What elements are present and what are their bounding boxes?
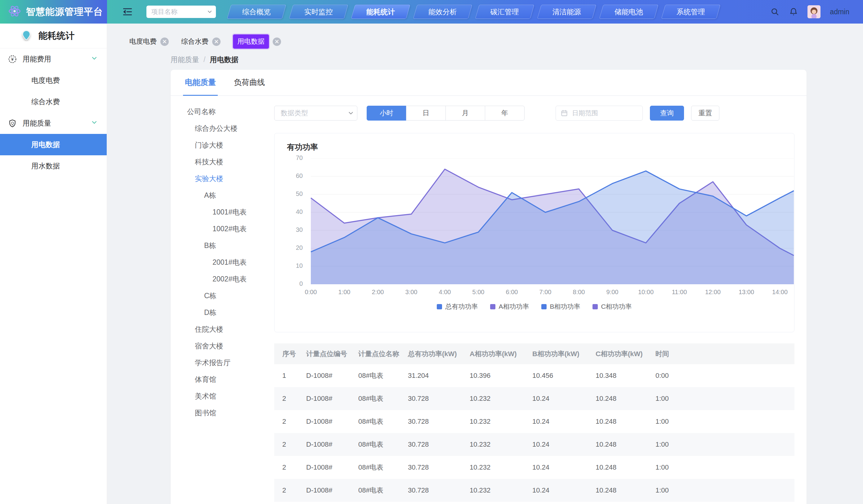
view-tag-label: 综合水费 [181,37,209,46]
tree-item[interactable]: D栋 [186,304,274,321]
legend-swatch [437,304,442,309]
date-range-input[interactable] [555,106,643,120]
avatar[interactable] [808,5,821,18]
sidebar-item[interactable]: 综合水费 [0,91,107,113]
project-select[interactable] [147,5,216,18]
table-cell: 30.728 [400,440,462,449]
table-cell: 08#电表 [350,486,400,495]
nav-item[interactable]: 碳汇管理 [475,5,534,19]
x-axis-tick: 8:00 [565,288,593,296]
tree-item[interactable]: B栋 [186,237,274,254]
table-header-cell: 计量点位名称 [350,349,400,359]
right-column: 小时日月年 查询 重置 有功功率 0102030405060700 [274,96,795,502]
tree-item[interactable]: 2002#电表 [186,271,274,287]
nav-item[interactable]: 系统管理 [661,5,720,19]
search-icon[interactable] [770,7,779,16]
tree-item[interactable]: 门诊大楼 [186,137,274,153]
query-button[interactable]: 查询 [650,106,684,120]
table-cell: 10.248 [588,463,647,471]
table-cell: 10.232 [462,463,524,471]
nav-item[interactable]: 储能电池 [599,5,658,19]
tree-item[interactable]: 1001#电表 [186,204,274,220]
nav-item[interactable]: 清洁能源 [537,5,596,19]
x-axis-tick: 13:00 [733,288,760,296]
tree-item[interactable]: 1002#电表 [186,220,274,237]
table-cell: 10.456 [524,372,588,380]
tree-item[interactable]: 图书馆 [186,404,274,421]
sidebar-group[interactable]: Q用能质量 [0,113,107,134]
sidebar-item[interactable]: 用水数据 [0,155,107,177]
y-axis-tick: 30 [284,226,303,233]
legend-item[interactable]: A相功功率 [490,302,529,311]
table-cell: 10.248 [588,486,647,494]
reset-button[interactable]: 重置 [691,106,720,120]
tree-item[interactable]: 2001#电表 [186,254,274,271]
period-button[interactable]: 年 [485,106,525,120]
date-range-picker[interactable] [555,106,643,120]
view-tag[interactable]: 电度电费✕ [129,37,169,46]
chart-plot [275,158,795,284]
nav-item-label: 综合概览 [242,7,271,17]
project-select-input[interactable] [147,5,216,18]
nav-item[interactable]: 能效分析 [413,5,472,19]
close-icon[interactable]: ✕ [212,38,221,46]
close-icon[interactable]: ✕ [160,38,169,46]
table-row: 2D-1008#08#电表30.72810.23210.2410.2481:00 [274,479,795,502]
data-type-input[interactable] [274,106,358,120]
tab-负荷曲线[interactable]: 负荷曲线 [232,77,267,95]
x-axis-tick: 4:00 [431,288,459,296]
period-button[interactable]: 日 [406,106,446,120]
tree-item[interactable]: 美术馆 [186,388,274,404]
content-tabs: 电能质量负荷曲线 [171,70,806,96]
close-icon[interactable]: ✕ [273,38,281,46]
breadcrumb-parent[interactable]: 用能质量 [171,55,199,64]
nav-item[interactable]: 实时监控 [289,5,348,19]
topbar-right: admin [770,5,863,18]
sidebar-group[interactable]: ¥用能费用 [0,48,107,70]
view-tag[interactable]: 用电数据✕ [233,35,281,49]
sidebar-item[interactable]: 电度电费 [0,70,107,91]
view-tag[interactable]: 综合水费✕ [181,37,221,46]
legend-item[interactable]: B相功功率 [541,302,580,311]
table-header-cell: C相功功率(kW) [588,349,647,359]
table-cell: D-1008# [298,440,350,449]
bell-icon[interactable] [789,7,798,16]
view-tag-label: 用电数据 [233,35,269,49]
tree-item[interactable]: 科技大楼 [186,153,274,170]
table-header-cell: A相功功率(kW) [462,349,524,359]
svg-text:¥: ¥ [11,57,14,62]
tree-item[interactable]: 住院大楼 [186,321,274,338]
sidebar-header: 能耗统计 [0,24,107,48]
collapse-menu-icon[interactable] [122,7,133,17]
tree-item[interactable]: 体育馆 [186,371,274,388]
nav-item[interactable]: 能耗统计 [351,5,410,19]
tab-电能质量[interactable]: 电能质量 [183,77,218,95]
chevron-down-icon [207,9,213,16]
legend-item[interactable]: 总有功功率 [437,302,478,311]
tree-item[interactable]: 公司名称 [186,103,274,120]
table-cell: 31.204 [400,372,462,380]
tree-item[interactable]: 实验大楼 [186,170,274,187]
legend-label: C相功功率 [601,302,631,311]
username[interactable]: admin [830,8,849,16]
table-cell: 10.248 [588,440,647,449]
sidebar-item[interactable]: 用电数据 [0,134,107,155]
nav-item[interactable]: 综合概览 [227,5,286,19]
table-cell: 30.728 [400,463,462,471]
legend-item[interactable]: C相功功率 [592,302,631,311]
sidebar: 能耗统计 ¥用能费用电度电费综合水费Q用能质量用电数据用水数据 [0,24,107,504]
period-button[interactable]: 小时 [367,106,407,120]
data-type-select[interactable] [274,106,358,120]
tree-item[interactable]: 综合办公大楼 [186,120,274,137]
table-cell: 10.232 [462,417,524,426]
period-button[interactable]: 月 [446,106,485,120]
chart-title: 有功功率 [287,142,318,152]
table-header-cell: 时间 [647,349,795,359]
tree-item[interactable]: 学术报告厅 [186,354,274,371]
tree-item[interactable]: C栋 [186,287,274,304]
table-header-cell: 计量点位编号 [298,349,350,359]
table-cell: 2 [274,395,298,403]
tree-item[interactable]: A栋 [186,187,274,204]
x-axis-tick: 5:00 [464,288,492,296]
tree-item[interactable]: 宿舍大楼 [186,338,274,354]
